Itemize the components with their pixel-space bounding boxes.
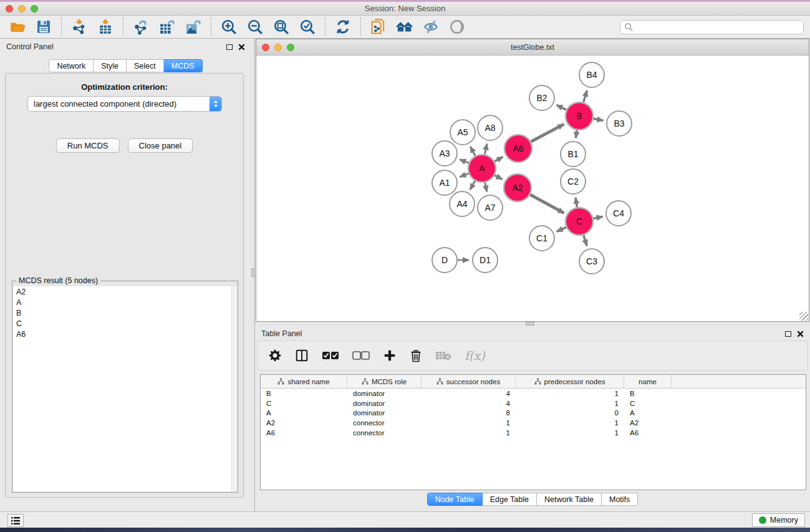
graph-node-A5[interactable]: A5	[450, 120, 475, 145]
result-item[interactable]: A2	[13, 286, 237, 297]
graph-node-A[interactable]: A	[468, 155, 496, 182]
graph-node-C1[interactable]: C1	[529, 226, 554, 251]
node-table[interactable]: shared nameMCDS rolesuccessor nodesprede…	[260, 374, 806, 490]
export-table-icon[interactable]	[158, 18, 176, 36]
graph-edge-C-C1[interactable]	[557, 227, 566, 231]
float-panel-icon[interactable]	[785, 331, 791, 337]
graph-node-C2[interactable]: C2	[561, 169, 586, 194]
graph-edge-C-C3[interactable]	[584, 235, 587, 246]
zoom-fit-icon[interactable]	[272, 18, 290, 36]
apply-function-button[interactable]: f(x)	[465, 349, 485, 362]
result-list-scrollbar[interactable]	[231, 286, 237, 491]
graph-edge-B-B2[interactable]	[556, 105, 566, 110]
float-panel-icon[interactable]	[226, 44, 233, 50]
graph-node-C[interactable]: C	[566, 208, 593, 235]
graph-node-A4[interactable]: A4	[450, 191, 475, 216]
column-header[interactable]: successor nodes	[422, 375, 516, 388]
column-header[interactable]: predecessor nodes	[516, 375, 624, 388]
zoom-out-icon[interactable]	[246, 18, 264, 36]
delete-column-trash-icon[interactable]	[410, 349, 422, 362]
close-panel-button[interactable]: Close panel	[128, 138, 193, 153]
column-header[interactable]: name	[624, 375, 672, 388]
column-header[interactable]: MCDS role	[347, 375, 422, 388]
graph-edge-A-A4[interactable]	[470, 181, 475, 190]
tab-edge-table[interactable]: Edge Table	[483, 493, 537, 506]
graph-edge-C-C2[interactable]	[576, 198, 577, 208]
graph-edge-C-C4[interactable]	[594, 216, 603, 218]
graph-node-A2[interactable]: A2	[504, 174, 531, 201]
graph-edge-A2-C[interactable]	[530, 195, 564, 213]
close-panel-icon[interactable]	[797, 331, 804, 337]
window-resize-grip[interactable]	[799, 312, 808, 321]
graph-edge-B-B3[interactable]	[594, 118, 604, 120]
zoom-in-icon[interactable]	[220, 18, 238, 36]
graph-node-B4[interactable]: B4	[579, 62, 604, 87]
tab-style[interactable]: Style	[94, 59, 127, 72]
add-column-icon[interactable]	[383, 349, 397, 362]
search-field[interactable]	[620, 20, 804, 34]
graph-node-A3[interactable]: A3	[432, 141, 457, 166]
export-network-icon[interactable]	[132, 18, 150, 36]
graph-edge-A-A8[interactable]	[485, 143, 487, 154]
task-history-button[interactable]	[7, 514, 24, 527]
export-image-icon[interactable]	[185, 18, 202, 36]
network-canvas[interactable]: B4B2BB3A8A5A6A3B1AC2A1A2A4A7C4CC1DD1C3	[256, 56, 809, 321]
graph-node-A8[interactable]: A8	[478, 115, 503, 140]
graph-edge-B-B4[interactable]	[584, 90, 587, 102]
graph-node-B[interactable]: B	[566, 102, 593, 130]
graph-edge-A-A3[interactable]	[460, 160, 469, 163]
zoom-selected-icon[interactable]	[299, 18, 316, 36]
graph-node-D1[interactable]: D1	[473, 248, 498, 273]
mcds-result-list[interactable]: A2ABCA6	[13, 286, 237, 491]
tab-network[interactable]: Network	[49, 59, 94, 72]
result-item[interactable]: C	[13, 318, 237, 329]
graph-edge-A-A2[interactable]	[494, 175, 502, 180]
tab-select[interactable]: Select	[127, 59, 164, 72]
graph-edge-A-A6[interactable]	[494, 157, 503, 162]
result-item[interactable]: A6	[13, 329, 237, 339]
graph-node-B1[interactable]: B1	[561, 142, 586, 167]
memory-button[interactable]: Memory	[752, 513, 805, 527]
result-item[interactable]: B	[13, 307, 237, 318]
deselect-all-rows-icon[interactable]	[352, 351, 370, 360]
criterion-dropdown[interactable]: largest connected component (directed)	[27, 96, 222, 112]
tab-network-table[interactable]: Network Table	[537, 493, 602, 506]
home-layout-icon[interactable]	[396, 18, 413, 36]
table-settings-gear-icon[interactable]	[268, 349, 282, 362]
result-item[interactable]: A	[13, 297, 237, 307]
search-input[interactable]	[634, 23, 803, 32]
table-row[interactable]: Cdominator41C	[261, 399, 806, 409]
tab-node-table[interactable]: Node Table	[427, 493, 483, 506]
refresh-layout-icon[interactable]	[334, 18, 352, 36]
network-window-titlebar[interactable]: testGlobe.txt	[256, 39, 809, 56]
table-row[interactable]: A2connector11A2	[261, 418, 806, 428]
table-row[interactable]: Adominator80A	[261, 409, 806, 418]
delete-table-icon[interactable]	[435, 350, 451, 361]
tab-mcds[interactable]: MCDS	[164, 59, 203, 72]
table-row[interactable]: Bdominator41B	[261, 389, 806, 399]
graph-node-A1[interactable]: A1	[432, 170, 457, 195]
import-network-icon[interactable]	[70, 18, 88, 36]
graph-edge-A-A5[interactable]	[470, 147, 475, 156]
run-mcds-button[interactable]: Run MCDS	[56, 138, 120, 153]
table-row[interactable]: A6connector11A6	[261, 428, 806, 438]
network-graph[interactable]: B4B2BB3A8A5A6A3B1AC2A1A2A4A7C4CC1DD1C3	[256, 56, 809, 321]
graph-node-C4[interactable]: C4	[606, 201, 631, 226]
save-session-icon[interactable]	[35, 18, 52, 36]
graph-node-B2[interactable]: B2	[529, 85, 554, 110]
graph-edge-A-A7[interactable]	[485, 183, 487, 192]
import-table-icon[interactable]	[97, 18, 114, 36]
graph-node-A7[interactable]: A7	[478, 195, 503, 220]
graph-node-D[interactable]: D	[432, 248, 457, 273]
column-header[interactable]: shared name	[261, 375, 347, 388]
graph-edge-A-A1[interactable]	[460, 173, 468, 177]
show-panel-eye-icon[interactable]	[448, 18, 466, 36]
hide-panel-eye-icon[interactable]	[422, 18, 440, 36]
new-network-from-selection-icon[interactable]	[370, 18, 387, 36]
close-panel-icon[interactable]	[238, 44, 245, 51]
open-session-icon[interactable]	[9, 18, 26, 36]
select-all-rows-icon[interactable]	[322, 351, 339, 360]
graph-node-A6[interactable]: A6	[504, 135, 532, 162]
graph-node-C3[interactable]: C3	[579, 249, 604, 274]
tab-motifs[interactable]: Motifs	[602, 493, 638, 506]
